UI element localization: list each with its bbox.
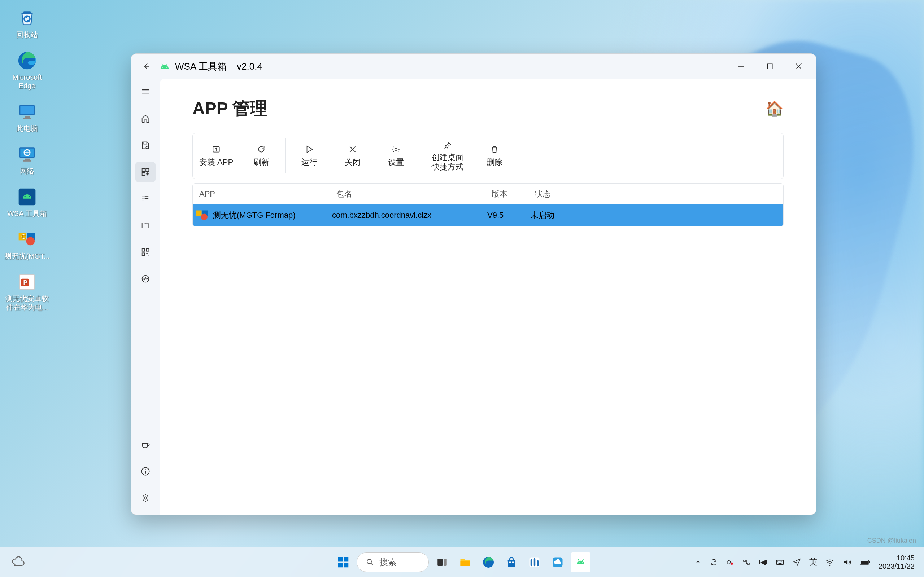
- sidebar-folder[interactable]: [135, 215, 155, 235]
- desktop-icon-network[interactable]: 网络: [3, 143, 50, 175]
- tray-battery-icon[interactable]: [860, 559, 871, 566]
- android-wsa-button[interactable]: [571, 553, 591, 572]
- close-app-button[interactable]: 关闭: [331, 137, 374, 175]
- desktop-icon-this-pc[interactable]: 此电脑: [3, 101, 50, 133]
- desktop-icon-label: 测无忧(MGT...: [4, 252, 50, 260]
- svg-point-16: [26, 237, 35, 245]
- svg-rect-50: [344, 562, 349, 567]
- settings-button[interactable]: 设置: [374, 137, 418, 175]
- tray-keyboard-icon[interactable]: [775, 558, 785, 567]
- desktop-icon-cewuyou[interactable]: C 测无忧(MGT...: [3, 229, 50, 260]
- taskbar: 搜索 I◀I 英 10:45 2023/11/22: [0, 547, 924, 577]
- tray-ime-mi-icon[interactable]: I◀I: [759, 558, 767, 566]
- upload-icon: [212, 144, 221, 155]
- sidebar-coffee[interactable]: [135, 435, 155, 455]
- cloud-app-button[interactable]: [548, 553, 567, 572]
- market-app-button[interactable]: [525, 553, 544, 572]
- desktop-icons: 回收站 Microsoft Edge 此电脑 网络 WSA 工具箱 C 测无忧(…: [3, 7, 50, 311]
- home-emoji-icon[interactable]: 🏠: [766, 100, 783, 117]
- sidebar-hamburger[interactable]: [135, 82, 155, 102]
- svg-rect-25: [767, 64, 772, 69]
- task-view-button[interactable]: [432, 553, 452, 572]
- table-row[interactable]: 测无忧(MGTG Formap) com.bxzzbdh.coordnavi.c…: [193, 205, 783, 226]
- desktop-icon-ppt[interactable]: P 测无忧安卓软件在华为电...: [3, 271, 50, 311]
- svg-rect-53: [444, 559, 447, 566]
- tray-devices-icon[interactable]: [742, 558, 751, 567]
- close-button[interactable]: [784, 56, 813, 76]
- x-icon: [348, 144, 357, 155]
- svg-rect-48: [344, 557, 349, 561]
- column-status: 状态: [535, 189, 593, 200]
- tray-volume-icon[interactable]: [842, 558, 852, 567]
- column-version: 版本: [492, 189, 535, 200]
- svg-point-65: [730, 562, 733, 564]
- sidebar-list[interactable]: [135, 189, 155, 209]
- install-app-button[interactable]: 安装 APP: [193, 137, 240, 175]
- svg-point-21: [162, 67, 163, 68]
- svg-rect-36: [142, 253, 145, 255]
- desktop-icon-recycle-bin[interactable]: 回收站: [3, 7, 50, 39]
- desktop-icon-edge[interactable]: Microsoft Edge: [3, 50, 50, 90]
- svg-point-43: [395, 148, 397, 151]
- network-icon: [15, 143, 40, 165]
- tray-chevron-up-icon[interactable]: [695, 559, 702, 566]
- svg-point-12: [24, 196, 26, 197]
- toolbar-separator: [285, 139, 286, 174]
- svg-rect-71: [861, 561, 868, 564]
- create-shortcut-button[interactable]: 创建桌面快捷方式: [422, 137, 473, 175]
- tray-ime-label[interactable]: 英: [809, 557, 817, 567]
- sidebar-settings[interactable]: [135, 488, 155, 508]
- refresh-button[interactable]: 刷新: [240, 137, 283, 175]
- tray-sync-icon[interactable]: [709, 558, 718, 567]
- sidebar-save[interactable]: [135, 135, 155, 155]
- tray-location-icon[interactable]: [793, 558, 801, 567]
- svg-rect-3: [20, 106, 34, 114]
- this-pc-icon: [15, 101, 40, 122]
- svg-rect-10: [23, 160, 31, 161]
- svg-point-60: [579, 562, 580, 563]
- back-button[interactable]: [141, 61, 152, 72]
- svg-point-46: [201, 213, 208, 220]
- sidebar-apps[interactable]: [135, 162, 155, 182]
- toolbar-separator: [420, 139, 420, 174]
- svg-point-51: [367, 559, 372, 564]
- sidebar-activity[interactable]: [135, 269, 155, 289]
- file-explorer-button[interactable]: [456, 553, 475, 572]
- gear-icon: [391, 144, 401, 155]
- sidebar-home[interactable]: [135, 108, 155, 129]
- edge-button[interactable]: [478, 553, 498, 572]
- delete-button[interactable]: 删除: [473, 137, 516, 175]
- svg-rect-38: [148, 255, 149, 255]
- start-button[interactable]: [333, 553, 353, 572]
- tray-wifi-icon[interactable]: [825, 558, 835, 567]
- app-row-icon: [195, 208, 209, 222]
- svg-rect-47: [338, 557, 343, 561]
- desktop-icon-label: 测无忧安卓软件在华为电...: [3, 294, 50, 311]
- store-button[interactable]: [502, 553, 521, 572]
- search-box[interactable]: 搜索: [357, 553, 429, 572]
- svg-rect-9: [24, 159, 30, 161]
- svg-point-32: [142, 198, 144, 200]
- svg-point-31: [142, 196, 144, 197]
- run-button[interactable]: 运行: [288, 137, 331, 175]
- svg-rect-30: [142, 172, 145, 175]
- tray-clock[interactable]: 10:45 2023/11/22: [879, 554, 914, 571]
- svg-rect-56: [509, 561, 511, 563]
- sidebar-qr[interactable]: [135, 242, 155, 262]
- svg-rect-29: [146, 169, 149, 172]
- svg-rect-37: [146, 253, 148, 254]
- svg-line-62: [578, 559, 579, 561]
- page-title: APP 管理: [192, 97, 267, 120]
- cell-app-name: 测无忧(MGTG Formap): [213, 210, 296, 221]
- svg-rect-57: [512, 561, 514, 563]
- svg-rect-72: [869, 561, 870, 563]
- desktop-icon-wsa-toolbox[interactable]: WSA 工具箱: [3, 186, 50, 218]
- maximize-button[interactable]: [756, 56, 784, 76]
- svg-rect-44: [196, 210, 202, 216]
- tray-record-icon[interactable]: [726, 558, 734, 566]
- minimize-button[interactable]: [727, 56, 756, 76]
- desktop-icon-label: 此电脑: [16, 124, 38, 133]
- sidebar-info[interactable]: [135, 461, 155, 482]
- weather-widget[interactable]: [7, 551, 29, 573]
- play-icon: [305, 144, 314, 155]
